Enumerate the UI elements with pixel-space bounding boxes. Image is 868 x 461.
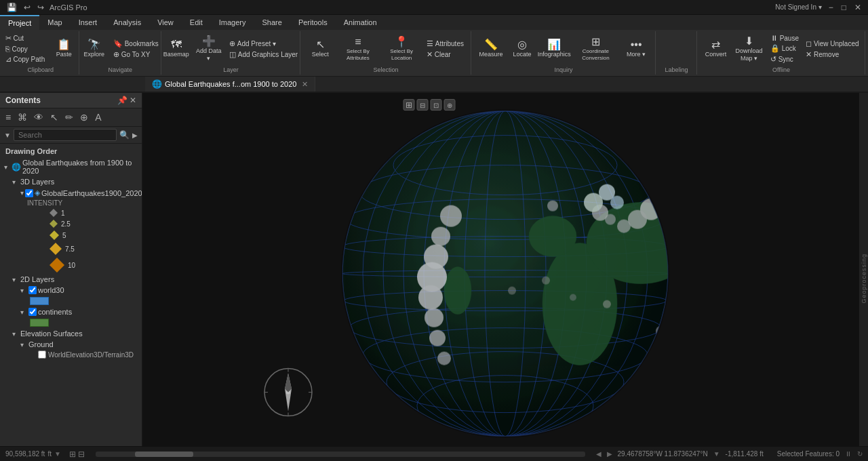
search-submit-btn[interactable]: 🔍 [119, 130, 130, 140]
convert-btn[interactable]: ⇄ Convert [701, 37, 731, 60]
tab-edit[interactable]: Edit [182, 15, 211, 30]
tab-animation[interactable]: Animation [336, 15, 385, 30]
tab-insert[interactable]: Insert [71, 15, 106, 30]
locate-btn[interactable]: ◎ Locate [507, 37, 537, 60]
contents-close-btn[interactable]: ✕ [130, 96, 136, 105]
intensity-1-val: 1 [61, 209, 65, 217]
elevation-header[interactable]: ▾ Elevation Surfaces [8, 328, 142, 339]
clear-btn[interactable]: ✕ Clear [424, 49, 467, 60]
contents-selection-btn[interactable]: ↖ [47, 111, 61, 124]
select-by-location-btn[interactable]: 📍 Select By Location [381, 35, 422, 63]
svg-marker-3 [50, 243, 62, 255]
download-label: Download Map ▾ [736, 47, 763, 62]
lock-btn[interactable]: 🔒 Lock [768, 43, 802, 54]
contents-type-btn[interactable]: ⌘ [15, 111, 30, 124]
tab-project[interactable]: Project [0, 15, 39, 30]
attributes-btn[interactable]: ☰ Attributes [424, 39, 467, 49]
continents-header[interactable]: ▾ continents [16, 306, 142, 317]
h-scrollbar-thumb [135, 452, 194, 457]
select-by-attr-icon: ≡ [355, 37, 361, 47]
clear-icon: ✕ [427, 50, 433, 59]
globalEQ-name: GlobalEarthquakes1900_2020 [41, 189, 142, 197]
qa-undo[interactable]: ↩ [22, 1, 32, 14]
globalEQ-header[interactable]: ▾ ◈ GlobalEarthquakes1900_2020 [16, 187, 142, 199]
play-btn[interactable]: ⏸ [845, 450, 852, 458]
map-tab-earthquakes[interactable]: 🌐 Global Earthquakes f...om 1900 to 2020… [145, 77, 315, 92]
contents-pin-btn[interactable]: 📌 [117, 96, 127, 105]
refresh-btn[interactable]: ↻ [857, 450, 863, 458]
explore-btn[interactable]: 🔭 Explore [79, 37, 109, 60]
close-btn[interactable]: ✕ [853, 1, 863, 14]
tab-imagery[interactable]: Imagery [211, 15, 254, 30]
search-clear-btn[interactable]: ▶ [132, 132, 138, 139]
sign-in-btn[interactable]: Not Signed In ▾ [775, 3, 821, 11]
map-tab-close[interactable]: ✕ [302, 80, 308, 89]
remove-btn[interactable]: ✕ Remove [803, 49, 862, 60]
3d-layers-group: ▾ 3D Layers ▾ ◈ GlobalEarthquakes1900_20… [0, 176, 142, 274]
explore-icon: 🔭 [87, 39, 101, 50]
coord-conversion-btn[interactable]: ⊞ Coordinate Conversion [572, 35, 620, 63]
coord-dropdown[interactable]: ▼ [713, 450, 720, 458]
maximize-btn[interactable]: □ [840, 1, 848, 14]
map-area[interactable]: ⊞ ⊟ ⊡ ⊕ Geoprocessing [142, 93, 868, 461]
more-btn[interactable]: ••• More ▾ [621, 37, 651, 60]
bookmarks-btn[interactable]: 🔖 Bookmarks [111, 39, 161, 49]
go-to-xy-btn[interactable]: ⊕ Go To XY [111, 49, 161, 60]
select-by-attributes-btn[interactable]: ≡ Select By Attributes [336, 35, 379, 63]
world30-checkbox[interactable] [28, 286, 37, 294]
cut-btn[interactable]: ✂ Cut [3, 33, 48, 43]
contents-visibility-btn[interactable]: 👁 [31, 111, 46, 124]
bookmarks-icon: 🔖 [113, 39, 123, 48]
search-input[interactable] [14, 129, 117, 141]
root-layer-name: Global Earthquakes from 1900 to 2020 [22, 159, 138, 175]
convert-icon: ⇄ [711, 39, 720, 50]
root-layer-header[interactable]: ▾ 🌐 Global Earthquakes from 1900 to 2020 [0, 157, 142, 176]
tab-view[interactable]: View [149, 15, 182, 30]
tab-analysis[interactable]: Analysis [105, 15, 149, 30]
view-btn-1[interactable]: ⊞ [69, 449, 76, 459]
add-preset-btn[interactable]: ⊕ Add Preset ▾ [226, 39, 300, 49]
quick-access-bar: 💾 ↩ ↪ ArcGIS Pro Not Signed In ▾ − □ ✕ [0, 0, 868, 15]
view-unplaced-btn[interactable]: ◻ View Unplaced [803, 39, 862, 49]
globalEQ-checkbox[interactable] [25, 189, 33, 197]
contents-label-btn[interactable]: A [92, 111, 104, 124]
2d-layers-header[interactable]: ▾ 2D Layers [8, 274, 142, 285]
3d-layers-header[interactable]: ▾ 3D Layers [8, 176, 142, 187]
qa-save[interactable]: 💾 [5, 1, 18, 14]
world30-header[interactable]: ▾ world30 [16, 285, 142, 296]
sync-btn[interactable]: ↺ Sync [768, 54, 802, 64]
ribbon: Project Map Insert Analysis View Edit Im… [0, 15, 868, 77]
add-data-btn[interactable]: ➕ Add Data ▾ [193, 34, 225, 64]
minimize-btn[interactable]: − [827, 1, 835, 14]
qa-redo[interactable]: ↪ [36, 1, 45, 14]
contents-edit-btn[interactable]: ✏ [62, 111, 76, 124]
copy-btn[interactable]: ⎘ Copy [3, 44, 48, 54]
nav-left[interactable]: ◀ [596, 450, 601, 458]
tab-peritools[interactable]: Peritools [290, 15, 336, 30]
h-scrollbar[interactable] [96, 452, 585, 457]
pause-btn[interactable]: ⏸ Pause [768, 33, 802, 43]
tab-share[interactable]: Share [254, 15, 290, 30]
ground-name: Ground [28, 340, 54, 348]
navigate-btn-group: 🔖 Bookmarks ⊕ Go To XY [111, 39, 161, 60]
nav-right[interactable]: ▶ [607, 450, 612, 458]
ground-header[interactable]: ▾ Ground [16, 339, 142, 350]
contents-panel: Contents 📌 ✕ ≡ ⌘ 👁 ↖ ✏ ⊕ A ▼ 🔍 ▶ Drawing… [0, 93, 142, 461]
download-map-btn[interactable]: ⬇ Download Map ▾ [732, 34, 766, 64]
continents-checkbox[interactable] [28, 308, 37, 316]
measure-btn[interactable]: 📏 Measure [476, 37, 506, 60]
terrain-item[interactable]: WorldElevation3D/Terrain3D [16, 350, 142, 359]
add-graphics-layer-btn[interactable]: ◫ Add Graphics Layer [226, 49, 300, 60]
scale-options-btn[interactable]: ▼ [54, 450, 61, 458]
3d-layers-content: ▾ ◈ GlobalEarthquakes1900_2020 INTENSITY… [8, 187, 142, 274]
copy-path-btn[interactable]: ⊿ Copy Path [3, 54, 48, 64]
view-btn-2[interactable]: ⊟ [78, 449, 85, 459]
paste-btn[interactable]: 📋 Paste [49, 37, 79, 60]
infographics-btn[interactable]: 📊 Infographics [538, 37, 570, 60]
terrain-checkbox[interactable] [38, 350, 46, 359]
basemap-btn[interactable]: 🗺 Basemap [161, 37, 191, 60]
contents-snapping-btn[interactable]: ⊕ [77, 111, 91, 124]
contents-list-btn[interactable]: ≡ [3, 111, 14, 124]
select-btn[interactable]: ↖ Select [305, 37, 335, 60]
tab-map[interactable]: Map [39, 15, 70, 30]
